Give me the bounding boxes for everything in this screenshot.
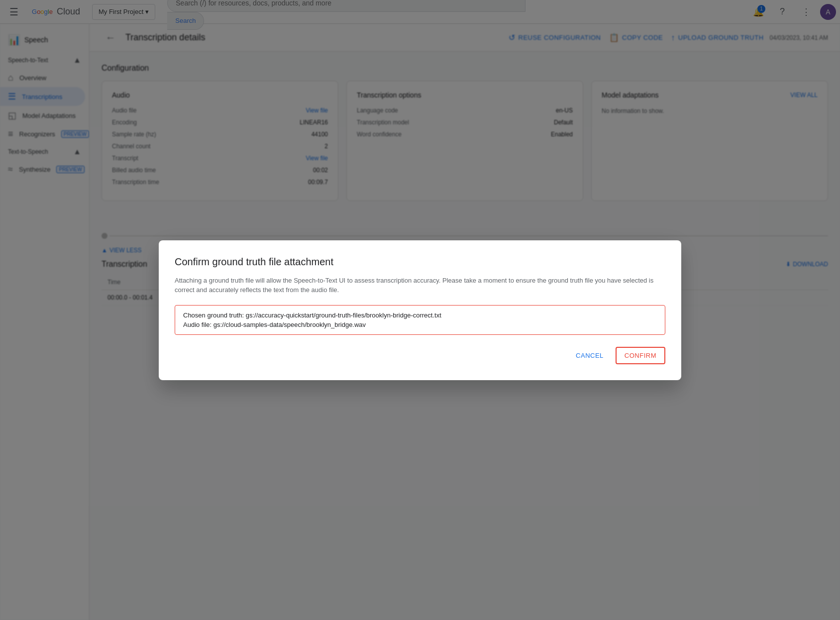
audio-file-info-value: gs://cloud-samples-data/speech/brooklyn_… (213, 321, 366, 328)
confirm-button[interactable]: CONFIRM (616, 347, 665, 364)
modal-actions: CANCEL CONFIRM (175, 347, 665, 364)
modal-description: Attaching a ground truth file will allow… (175, 276, 665, 295)
modal-title: Confirm ground truth file attachment (175, 256, 665, 268)
chosen-ground-truth-line: Chosen ground truth: gs://accuracy-quick… (183, 311, 657, 319)
cancel-button[interactable]: CANCEL (568, 348, 612, 363)
chosen-ground-truth-value: gs://accuracy-quickstart/ground-truth-fi… (246, 311, 441, 319)
modal-info-box: Chosen ground truth: gs://accuracy-quick… (175, 305, 665, 335)
chosen-ground-truth-label: Chosen ground truth: (183, 311, 246, 319)
confirm-dialog: Confirm ground truth file attachment Att… (159, 240, 681, 380)
modal-overlay: Confirm ground truth file attachment Att… (0, 0, 840, 620)
audio-file-info-line: Audio file: gs://cloud-samples-data/spee… (183, 321, 657, 328)
audio-file-info-label: Audio file: (183, 321, 213, 328)
